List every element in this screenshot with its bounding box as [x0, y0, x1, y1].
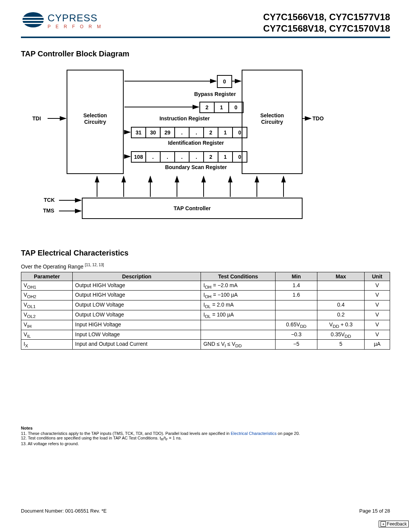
register-bit-cell: 1 [218, 152, 233, 162]
part-numbers: CY7C1566V18, CY7C1577V18 CY7C1568V18, CY… [263, 11, 390, 34]
table-cell: IOH = −2.0 mA [201, 281, 276, 291]
table-cell: Input HIGH Voltage [73, 320, 201, 330]
table-cell: VOL1 [21, 300, 73, 310]
table-header-cell: Description [73, 272, 201, 281]
register-bit-cell: 30 [146, 128, 161, 137]
register-bit-cell: 0 [229, 102, 243, 112]
table-cell: V [365, 330, 390, 340]
selection-circuitry-right: Selection Circuitry [242, 70, 303, 174]
table-row: VIHInput HIGH Voltage0.65VDDVDD + 0.3V [21, 320, 390, 330]
table-cell: Input and Output Load Current [73, 340, 201, 350]
table-cell: Output LOW Voltage [73, 300, 201, 310]
tdo-label: TDO [312, 115, 324, 121]
instruction-register: 210 [199, 102, 244, 113]
table-cell: 1.6 [275, 291, 317, 300]
table-row: VILInput LOW Voltage−0.30.35VDDV [21, 330, 390, 340]
page-header: CYPRESS P E R F O R M CY7C1566V18, CY7C1… [21, 11, 390, 34]
table-cell: Output HIGH Voltage [73, 281, 201, 291]
section-title-electrical: TAP Electrical Characteristics [21, 249, 390, 257]
table-cell: VOH2 [21, 291, 73, 300]
cypress-globe-icon [21, 11, 45, 30]
feedback-label: Feedback [387, 521, 407, 527]
table-cell: Input LOW Voltage [73, 330, 201, 340]
footnote-item: 12. Test conditions are specified using … [21, 436, 390, 441]
footnote-item: 11. These characteristics apply to the T… [21, 431, 390, 436]
table-header-cell: Parameter [21, 272, 73, 281]
table-cell [317, 281, 365, 291]
instruction-register-label: Instruction Register [147, 115, 223, 121]
boundary-scan-register-label: Boundary Scan Register [150, 164, 242, 170]
table-row: IXInput and Output Load CurrentGND ≤ VI … [21, 340, 390, 350]
doc-number: Document Number: 001-06551 Rev. *E [21, 508, 107, 514]
table-header-cell: Unit [365, 272, 390, 281]
electrical-characteristics-table: ParameterDescriptionTest ConditionsMinMa… [21, 272, 390, 350]
register-bit-cell: 1 [215, 102, 229, 112]
table-cell [201, 320, 276, 330]
logo: CYPRESS P E R F O R M [21, 11, 103, 30]
table-header-cell: Max [317, 272, 365, 281]
register-bit-cell: 2 [204, 152, 218, 162]
identification-register: 313029..210 [131, 127, 247, 138]
table-cell: 0.35VDD [317, 330, 365, 340]
table-header-cell: Min [275, 272, 317, 281]
svg-rect-2 [22, 20, 44, 21]
table-row: VOH2Output HIGH VoltageIOH = −100 µA1.6V [21, 291, 390, 300]
table-cell: 1.4 [275, 281, 317, 291]
tap-block-diagram: Selection Circuitry Selection Circuitry … [21, 70, 390, 237]
selection-circuitry-left: Selection Circuitry [67, 70, 124, 174]
table-header-row: ParameterDescriptionTest ConditionsMinMa… [21, 272, 390, 281]
table-cell: 0.65VDD [275, 320, 317, 330]
table-cell: −0.3 [275, 330, 317, 340]
table-cell [275, 310, 317, 320]
table-row: VOL2Output LOW VoltageIOL = 100 µA0.2V [21, 310, 390, 320]
register-bit-cell: 108 [132, 152, 146, 162]
operating-range-text: Over the Operating Range [21, 264, 85, 270]
sel-right-label: Selection Circuitry [242, 112, 302, 125]
table-row: VOL1Output LOW VoltageIOL = 2.0 mA0.4V [21, 300, 390, 310]
tck-label: TCK [44, 197, 55, 203]
feedback-button[interactable]: + Feedback [379, 521, 409, 527]
table-cell: V [365, 300, 390, 310]
parts-line-2: CY7C1568V18, CY7C1570V18 [263, 23, 390, 34]
table-header-cell: Test Conditions [201, 272, 276, 281]
register-bit-cell: . [190, 128, 204, 137]
plus-icon: + [381, 521, 386, 527]
register-bit-cell: . [146, 152, 161, 162]
table-cell: −5 [275, 340, 317, 350]
table-cell: IOH = −100 µA [201, 291, 276, 300]
register-bit-cell: . [175, 128, 190, 137]
footnotes-title: Notes [21, 426, 390, 430]
page-number: Page 15 of 28 [359, 508, 390, 514]
identification-register-label: Identification Register [154, 140, 238, 146]
register-bit-cell: . [190, 152, 204, 162]
parts-line-1: CY7C1566V18, CY7C1577V18 [263, 11, 390, 23]
tap-controller-box: TAP Controller [82, 198, 303, 219]
table-cell: V [365, 281, 390, 291]
footnote-item: 13. All voltage refers to ground. [21, 441, 390, 446]
table-cell: VIL [21, 330, 73, 340]
register-bit-cell: 31 [132, 128, 146, 137]
table-cell: µA [365, 340, 390, 350]
brand-name: CYPRESS [48, 13, 97, 23]
svg-rect-3 [22, 23, 44, 24]
table-cell: VIH [21, 320, 73, 330]
table-cell: V [365, 291, 390, 300]
bypass-register-bit: 0 [217, 75, 232, 88]
table-cell: 5 [317, 340, 365, 350]
table-cell: VDD + 0.3 [317, 320, 365, 330]
table-cell: IOL = 2.0 mA [201, 300, 276, 310]
table-cell: Output LOW Voltage [73, 310, 201, 320]
table-cell: VOH1 [21, 281, 73, 291]
sel-left-label: Selection Circuitry [67, 112, 123, 125]
table-cell: 0.4 [317, 300, 365, 310]
register-bit-cell: . [175, 152, 190, 162]
table-cell: IX [21, 340, 73, 350]
table-cell: VOL2 [21, 310, 73, 320]
table-cell: 0.2 [317, 310, 365, 320]
tdi-label: TDI [32, 115, 41, 121]
svg-rect-1 [22, 17, 44, 18]
brand-slogan: P E R F O R M [48, 24, 103, 29]
register-bit-cell: 1 [218, 128, 233, 137]
footnotes: Notes 11. These characteristics apply to… [21, 426, 390, 446]
header-rule [21, 37, 390, 38]
